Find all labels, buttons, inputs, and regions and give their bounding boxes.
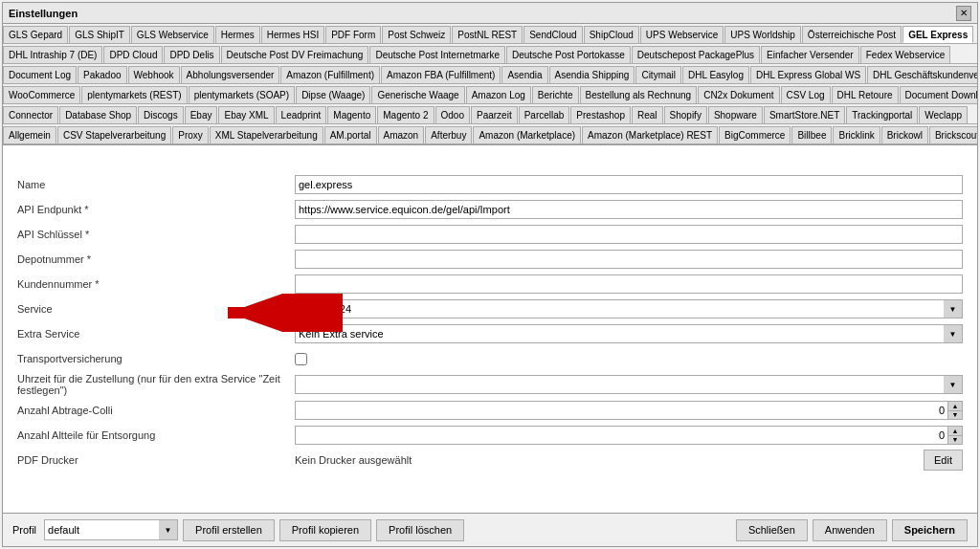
tab-4-10[interactable]: Parcellab	[519, 106, 570, 123]
tab-5-13[interactable]: Brickscout	[929, 126, 977, 143]
spinner-input-9[interactable]	[295, 401, 947, 420]
profile-select[interactable]: default	[44, 519, 178, 540]
tab-1-7[interactable]: Einfacher Versender	[761, 46, 859, 63]
tab-4-14[interactable]: Shopware	[708, 106, 763, 123]
tab-2-4[interactable]: Amazon (Fulfillment)	[280, 66, 380, 83]
pdf-edit-button[interactable]: Edit	[924, 450, 963, 471]
tab-4-16[interactable]: Trackingportal	[846, 106, 918, 123]
apply-button[interactable]: Anwenden	[813, 519, 887, 541]
tab-4-9[interactable]: Paarzeit	[471, 106, 518, 123]
spinner-down-9[interactable]: ▼	[948, 411, 962, 420]
tab-5-0[interactable]: Allgemein	[3, 126, 56, 143]
tab-1-5[interactable]: Deutsche Post Portokasse	[506, 46, 631, 63]
tab-3-10[interactable]: DHL Retoure	[832, 86, 899, 103]
tab-2-7[interactable]: Asendia Shipping	[549, 66, 635, 83]
tab-5-7[interactable]: Amazon (Marketplace)	[473, 126, 581, 143]
tab-2-10[interactable]: DHL Express Global WS	[750, 66, 866, 83]
tab-0-4[interactable]: Hermes HSI	[261, 26, 324, 43]
form-input-4[interactable]	[295, 274, 963, 294]
form-input-2[interactable]	[295, 225, 963, 244]
tab-4-3[interactable]: Ebay	[185, 106, 218, 123]
tab-4-11[interactable]: Prestashop	[570, 106, 631, 123]
tab-4-2[interactable]: Discogs	[138, 106, 184, 123]
tab-3-4[interactable]: Generische Waage	[371, 86, 464, 103]
tab-2-0[interactable]: Document Log	[3, 66, 77, 83]
delete-profile-button[interactable]: Profil löschen	[376, 519, 464, 541]
tab-1-2[interactable]: DPD Delis	[164, 46, 219, 63]
tab-2-9[interactable]: DHL Easylog	[682, 66, 749, 83]
tab-3-7[interactable]: Bestellung als Rechnung	[580, 86, 698, 103]
tab-4-17[interactable]: Weclapp	[919, 106, 968, 123]
tab-4-13[interactable]: Shopify	[664, 106, 707, 123]
tab-4-1[interactable]: Database Shop	[59, 106, 137, 123]
form-select-6[interactable]: Kein Extra service	[295, 324, 963, 343]
tab-0-9[interactable]: ShipCloud	[584, 26, 639, 43]
tab-3-5[interactable]: Amazon Log	[466, 86, 531, 103]
tab-1-1[interactable]: DPD Cloud	[103, 46, 163, 63]
tab-0-10[interactable]: UPS Webservice	[640, 26, 724, 43]
spinner-input-10[interactable]	[295, 426, 947, 445]
tab-0-6[interactable]: Post Schweiz	[382, 26, 451, 43]
tab-2-11[interactable]: DHL Geschäftskundenversand	[867, 66, 977, 83]
tab-5-8[interactable]: Amazon (Marketplace) REST	[582, 126, 718, 143]
tab-1-0[interactable]: DHL Intraship 7 (DE)	[3, 46, 102, 63]
save-button[interactable]: Speichern	[892, 519, 968, 541]
tab-2-3[interactable]: Abholungsversender	[181, 66, 280, 83]
tab-2-2[interactable]: Webhook	[128, 66, 180, 83]
close-window-button[interactable]: ✕	[956, 6, 971, 21]
copy-profile-button[interactable]: Profil kopieren	[279, 519, 371, 541]
tab-3-9[interactable]: CSV Log	[781, 86, 831, 103]
tab-4-12[interactable]: Real	[632, 106, 663, 123]
tab-3-3[interactable]: Dipse (Waage)	[296, 86, 370, 103]
tab-5-2[interactable]: Proxy	[172, 126, 209, 143]
tab-1-8[interactable]: Fedex Webservice	[860, 46, 951, 63]
tab-3-8[interactable]: CN2x Dokument	[698, 86, 779, 103]
tab-0-5[interactable]: PDF Form	[325, 26, 381, 43]
tab-3-1[interactable]: plentymarkets (REST)	[81, 86, 187, 103]
tab-2-8[interactable]: Citymail	[635, 66, 681, 83]
form-input-1[interactable]	[295, 200, 963, 219]
spinner-down-10[interactable]: ▼	[948, 436, 962, 445]
tab-4-4[interactable]: Ebay XML	[218, 106, 274, 123]
tab-4-15[interactable]: SmartStore.NET	[764, 106, 845, 123]
tab-3-11[interactable]: Document Downloader	[900, 86, 977, 103]
tab-5-1[interactable]: CSV Stapelverarbeitung	[57, 126, 171, 143]
tab-0-0[interactable]: GLS Gepard	[3, 26, 68, 43]
tab-0-7[interactable]: PostNL REST	[452, 26, 523, 43]
tab-0-3[interactable]: Hermes	[215, 26, 260, 43]
tab-5-12[interactable]: Brickowl	[881, 126, 928, 143]
spinner-up-9[interactable]: ▲	[948, 402, 962, 411]
form-input-0[interactable]	[295, 175, 963, 194]
form-select-time-8[interactable]	[295, 375, 963, 394]
create-profile-button[interactable]: Profil erstellen	[183, 519, 275, 541]
spinner-up-10[interactable]: ▲	[948, 427, 962, 436]
tab-0-13[interactable]: GEL Express	[902, 26, 973, 43]
tab-0-2[interactable]: GLS Webservice	[131, 26, 214, 43]
tab-5-6[interactable]: Afterbuy	[425, 126, 472, 143]
tab-2-6[interactable]: Asendia	[501, 66, 547, 83]
form-select-5[interactable]: Express 24	[295, 299, 963, 318]
tab-4-5[interactable]: Leadprint	[276, 106, 327, 123]
tab-1-6[interactable]: Deutschepost PackagePlus	[632, 46, 760, 63]
tab-0-11[interactable]: UPS Worldship	[724, 26, 801, 43]
tab-3-2[interactable]: plentymarkets (SOAP)	[189, 86, 295, 103]
tab-5-3[interactable]: XML Stapelverarbeitung	[210, 126, 323, 143]
tab-3-0[interactable]: WooCommerce	[3, 86, 80, 103]
tab-1-3[interactable]: Deutsche Post DV Freimachung	[221, 46, 369, 63]
tab-5-10[interactable]: Billbee	[791, 126, 832, 143]
tab-3-6[interactable]: Berichte	[532, 86, 579, 103]
tab-5-11[interactable]: Bricklink	[833, 126, 880, 143]
tab-1-4[interactable]: Deutsche Post Internetmarke	[369, 46, 505, 63]
tab-5-5[interactable]: Amazon	[378, 126, 425, 143]
tab-4-6[interactable]: Magento	[327, 106, 376, 123]
tab-4-0[interactable]: Connector	[3, 106, 58, 123]
tab-0-8[interactable]: SendCloud	[523, 26, 582, 43]
tab-2-5[interactable]: Amazon FBA (Fulfillment)	[381, 66, 501, 83]
tab-0-12[interactable]: Österreichische Post	[802, 26, 902, 43]
tab-0-1[interactable]: GLS ShipIT	[69, 26, 130, 43]
tab-4-7[interactable]: Magento 2	[377, 106, 434, 123]
tab-4-8[interactable]: Odoo	[435, 106, 470, 123]
tab-5-4[interactable]: AM.portal	[324, 126, 377, 143]
close-button[interactable]: Schließen	[736, 519, 808, 541]
tab-2-1[interactable]: Pakadoo	[78, 66, 126, 83]
